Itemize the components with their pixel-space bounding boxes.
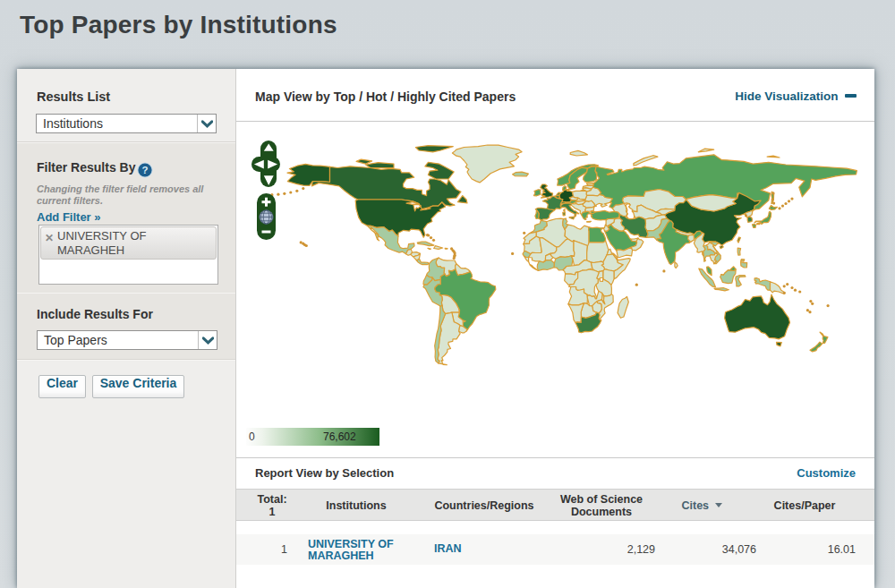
svg-text:?: ? xyxy=(141,165,148,175)
